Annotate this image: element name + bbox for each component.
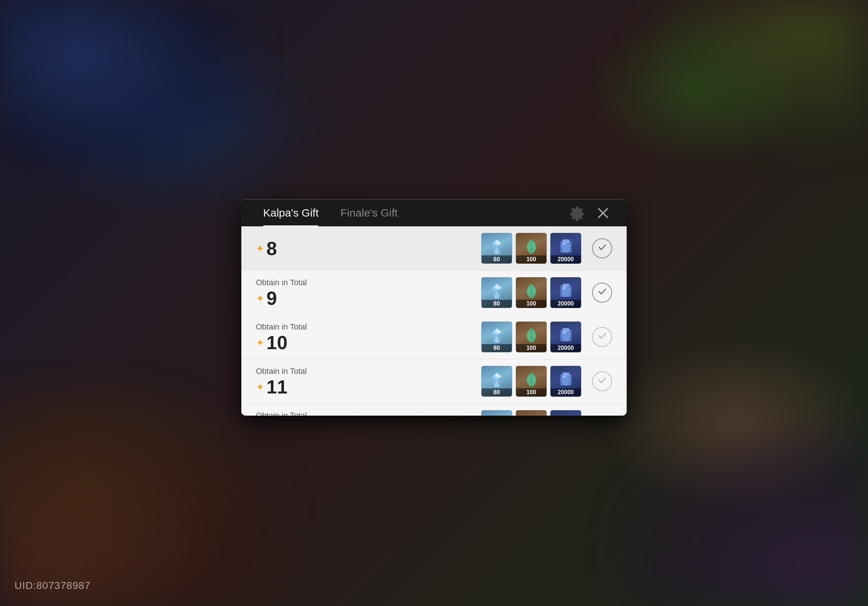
item-card-gem: 20000: [550, 322, 581, 352]
reward-items-8: 60 100 20000: [481, 233, 581, 264]
tab-kalpas-gift[interactable]: Kalpa's Gift: [256, 199, 326, 226]
item-quantity-gem: 20000: [551, 255, 581, 263]
number-11: 11: [267, 377, 288, 396]
obtain-label-11: Obtain in Total: [256, 366, 481, 376]
item-quantity-gem: 20000: [551, 300, 581, 308]
check-mark-8: [592, 238, 612, 258]
item-quantity-crystal: 60: [482, 255, 512, 263]
item-card-crystal: 80: [481, 366, 512, 397]
item-card-crystal: 80: [481, 410, 512, 415]
reward-row-10: Obtain in Total✦10 80 100 20000: [241, 315, 627, 359]
number-9: 9: [267, 289, 277, 308]
star-number-10: ✦10: [256, 333, 481, 352]
bg-blur-bottom-left: [0, 388, 291, 606]
check-mark-10: [592, 327, 612, 347]
obtain-label-9: Obtain in Total: [256, 278, 481, 288]
item-quantity-gem: 20000: [551, 344, 581, 352]
item-card-crystal: 80: [481, 277, 512, 308]
reward-row-11: Obtain in Total✦11 80 100 20000: [241, 359, 627, 403]
item-quantity-crystal: 80: [482, 300, 512, 308]
reward-left-12: Obtain in Total✦12: [256, 411, 481, 416]
check-icon: [597, 375, 608, 388]
item-card-feather: 100: [516, 410, 547, 415]
item-quantity-crystal: 80: [482, 344, 512, 352]
item-card-crystal: 60: [481, 233, 512, 264]
check-icon: [597, 242, 608, 255]
item-card-feather: 100: [516, 233, 547, 264]
gear-icon: [570, 204, 587, 221]
reward-row-8: ✦8 60 100 20000: [241, 226, 627, 271]
item-quantity-feather: 100: [516, 300, 546, 308]
tab-finale-gift[interactable]: Finale's Gift: [333, 199, 405, 226]
item-quantity-feather: 100: [516, 255, 546, 263]
reward-items-12: 80 100 20000: [481, 410, 581, 415]
reward-items-11: 80 100 20000: [481, 366, 581, 397]
check-icon: [597, 331, 608, 343]
item-quantity-feather: 100: [516, 388, 546, 396]
bg-blur-top-left: [0, 0, 254, 182]
close-button[interactable]: [594, 204, 612, 222]
item-card-crystal: 80: [481, 322, 512, 352]
item-quantity-feather: 100: [516, 344, 546, 352]
star-icon: ✦: [256, 381, 264, 393]
modal-content: ✦8 60 100 20000 Obtain in Total: [241, 226, 627, 415]
check-mark-11: [592, 371, 612, 391]
star-number-9: ✦9: [256, 289, 481, 308]
item-card-gem: 20000: [550, 410, 581, 415]
item-quantity-gem: 20000: [551, 388, 581, 396]
uid-label: UID:807378987: [14, 580, 90, 592]
number-8: 8: [267, 239, 277, 258]
reward-items-10: 80 100 20000: [481, 322, 581, 352]
obtain-label-12: Obtain in Total: [256, 411, 481, 416]
star-icon: ✦: [256, 292, 264, 305]
check-mark-9: [592, 283, 612, 303]
obtain-label-10: Obtain in Total: [256, 322, 481, 332]
bg-blur-top-right: [650, 0, 868, 145]
reward-left-11: Obtain in Total✦11: [256, 366, 481, 396]
star-number-11: ✦11: [256, 377, 481, 396]
reward-row-12: Obtain in Total✦12 80 100 20000: [241, 403, 627, 415]
item-card-feather: 100: [516, 322, 547, 352]
reward-left-10: Obtain in Total✦10: [256, 322, 481, 352]
reward-items-9: 80 100 20000: [481, 277, 581, 308]
number-10: 10: [267, 333, 288, 352]
bg-blur-bottom-right: [614, 424, 868, 606]
reward-left-9: Obtain in Total✦9: [256, 278, 481, 308]
item-card-gem: 20000: [550, 277, 581, 308]
star-icon: ✦: [256, 243, 264, 255]
item-card-feather: 100: [516, 366, 547, 397]
item-quantity-crystal: 80: [482, 388, 512, 396]
modal-header: Kalpa's Gift Finale's Gift: [241, 199, 627, 226]
check-icon: [597, 286, 608, 299]
item-card-feather: 100: [516, 277, 547, 308]
star-icon: ✦: [256, 337, 264, 349]
gift-modal: Kalpa's Gift Finale's Gift ✦8: [241, 199, 627, 415]
star-number-8: ✦8: [256, 239, 481, 258]
item-card-gem: 20000: [550, 233, 581, 264]
reward-row-9: Obtain in Total✦9 80 100 20000: [241, 271, 627, 315]
item-card-gem: 20000: [550, 366, 581, 397]
reward-left-8: ✦8: [256, 239, 481, 258]
